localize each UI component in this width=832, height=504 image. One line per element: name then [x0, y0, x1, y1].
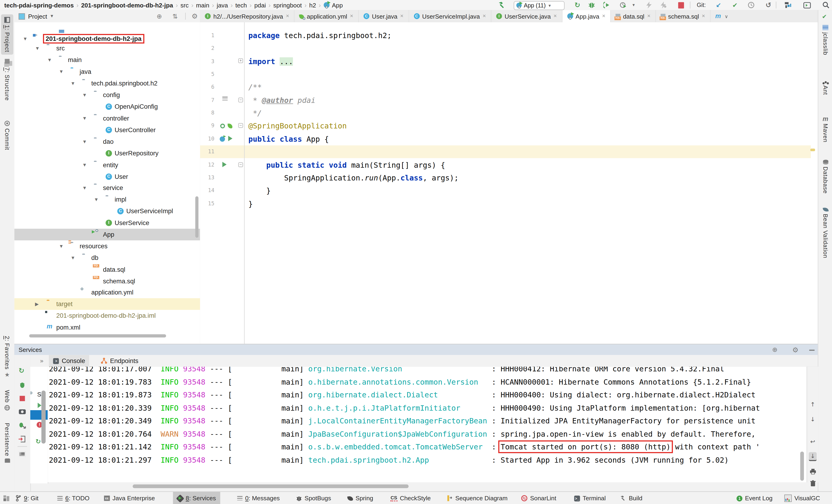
tool-button-jclasslib[interactable]: jclasslib — [819, 25, 832, 55]
fold-expand-icon[interactable]: + — [238, 58, 243, 63]
expand-arrow-icon[interactable]: ▼ — [82, 182, 87, 194]
console-output[interactable]: 2021-09-12 18:01:17.007 INFO 93548 --- [… — [48, 367, 807, 482]
project-structure-button[interactable] — [783, 1, 792, 9]
gear-icon[interactable]: ⚙ — [192, 12, 198, 20]
tab-schema-sql[interactable]: schema.sql ✕ — [656, 10, 710, 22]
tab-userservice-java[interactable]: I UserService.java ✕ — [491, 10, 562, 22]
stop-button[interactable] — [20, 396, 25, 401]
tab-endpoints[interactable]: Endpoints — [97, 355, 142, 367]
profiler-dropdown-icon[interactable]: ▼ — [629, 1, 638, 9]
print-icon[interactable] — [809, 468, 817, 475]
scroll-down-icon[interactable]: ↓ — [809, 416, 817, 423]
tree-item-target[interactable]: ▶ target — [15, 298, 200, 310]
tree-item-app-selected[interactable]: App — [15, 229, 200, 240]
status-sequence-diagram[interactable]: Sequence Diagram — [447, 492, 508, 504]
status-spring[interactable]: Spring — [347, 492, 373, 504]
tree-item-userrepository[interactable]: I UserRepository — [15, 148, 200, 159]
hide-panel-icon[interactable] — [809, 350, 814, 351]
git-update-button[interactable]: ↙ — [714, 1, 723, 9]
tree-item-schema-sql[interactable]: schema.sql — [15, 275, 200, 287]
tree-item-package[interactable]: ▼ tech.pdai.springboot.h2 — [15, 78, 200, 89]
breadcrumb-h2[interactable]: h2 — [309, 2, 316, 8]
tool-button-web[interactable]: Web — [1, 390, 14, 410]
tab-app-java-active[interactable]: App.java ✕ — [562, 10, 611, 22]
close-icon[interactable]: ✕ — [702, 14, 705, 19]
scroll-up-icon[interactable]: ↑ — [809, 401, 817, 408]
status-sonarlint[interactable]: SonarLint — [521, 492, 556, 504]
expand-arrow-icon[interactable]: ▼ — [82, 89, 87, 101]
collapsed-arrow-icon[interactable]: ▶ — [35, 298, 39, 310]
status-spotbugs[interactable]: SpotBugs — [296, 492, 331, 504]
expand-arrow-icon[interactable]: ▼ — [82, 159, 87, 171]
expand-arrow-icon[interactable]: ▼ — [59, 240, 63, 252]
status-event-log[interactable]: 1 Event Log — [736, 492, 773, 504]
project-panel-title[interactable]: Project — [28, 13, 47, 19]
status-git[interactable]: 9: Git — [16, 492, 38, 504]
build-hammer-icon[interactable] — [498, 1, 506, 9]
services-panel-header[interactable]: Services ⊕ ⚙ — [15, 344, 818, 355]
rollback-button[interactable]: ↺ — [764, 1, 773, 9]
spring-ok-gutter-icon[interactable] — [228, 124, 233, 128]
expand-arrow-icon[interactable]: ▼ — [82, 112, 87, 124]
tree-item-pom-xml[interactable]: m pom.xml — [15, 321, 200, 333]
tab-userserviceimpl-java[interactable]: C UserServiceImpl.java ✕ — [409, 10, 491, 22]
run-class-gutter-icon[interactable] — [228, 136, 232, 141]
scroll-to-end-icon-active[interactable]: ↓ — [809, 452, 817, 461]
status-services-active[interactable]: 8: Services — [173, 492, 220, 504]
springboot-gutter-icon[interactable] — [220, 136, 225, 142]
expand-arrow-icon[interactable]: ▼ — [47, 54, 52, 66]
breadcrumb-main[interactable]: main — [196, 2, 209, 8]
tree-item-openapiconfig[interactable]: C OpenApiConfig — [15, 101, 200, 112]
close-icon[interactable]: ✕ — [350, 14, 353, 19]
close-icon[interactable]: ✕ — [400, 14, 404, 19]
run-coverage-button[interactable] — [602, 1, 611, 9]
close-icon[interactable]: ✕ — [286, 14, 289, 19]
error-stripe-caret-mark[interactable] — [810, 149, 815, 151]
tab-userrepository[interactable]: I h2/.../UserRepository.java ✕ — [200, 10, 294, 22]
collapse-all-icon[interactable]: ⇅ — [172, 12, 178, 20]
tree-item-service[interactable]: ▼ service — [15, 182, 200, 194]
gear-icon[interactable]: ⚙ — [792, 346, 799, 353]
search-everywhere-icon[interactable] — [822, 1, 830, 9]
status-messages[interactable]: 0: Messages — [237, 492, 280, 504]
status-layout-icon[interactable] — [3, 492, 9, 504]
tree-item-resources[interactable]: ▼ resources — [15, 240, 200, 252]
tab-data-sql[interactable]: data.sql ✕ — [611, 10, 656, 22]
status-checkstyle[interactable]: CS CheckStyle — [390, 492, 431, 504]
tree-item-iml-file[interactable]: 201-springboot-demo-db-h2-jpa.iml — [15, 310, 200, 321]
hidden-content-chevrons[interactable]: » — [40, 357, 44, 365]
rerun-debug-button[interactable] — [19, 381, 25, 389]
tool-button-favorites[interactable]: 2: Favorites ★ — [1, 336, 14, 378]
locate-file-icon[interactable]: ⊕ — [157, 12, 162, 20]
close-icon[interactable]: ✕ — [602, 14, 605, 19]
tree-item-user[interactable]: C User — [15, 171, 200, 183]
soft-wrap-icon[interactable]: ↩ — [809, 438, 817, 446]
run-configuration-select[interactable]: App (11) ▼ — [514, 1, 565, 10]
status-terminal[interactable]: >_ Terminal — [574, 492, 606, 504]
tree-item-src[interactable]: ▼ src — [15, 43, 200, 54]
close-icon[interactable]: ✕ — [483, 14, 486, 19]
tool-button-maven[interactable]: m Maven — [819, 116, 832, 142]
breadcrumb-java[interactable]: java — [217, 2, 228, 8]
tree-item-config[interactable]: ▼ config — [15, 89, 200, 101]
breadcrumb-springboot[interactable]: springboot — [274, 2, 302, 8]
profiler-button[interactable] — [619, 1, 627, 9]
expand-arrow-icon[interactable]: ▼ — [82, 136, 87, 148]
tree-item-db[interactable]: ▼ db — [15, 252, 200, 264]
thread-dump-icon[interactable] — [19, 408, 26, 414]
tool-button-database[interactable]: Database — [819, 160, 832, 194]
tab-user-java[interactable]: C User.java ✕ — [359, 10, 409, 22]
status-visualgc[interactable]: VisualGC — [784, 492, 820, 504]
breadcrumb-src[interactable]: src — [180, 2, 189, 8]
git-commit-button[interactable]: ✔ — [731, 1, 739, 9]
tab-console-active[interactable]: > Console — [49, 355, 89, 367]
inspections-ok-icon[interactable]: ✔ — [822, 13, 827, 20]
stop-button[interactable] — [678, 2, 684, 8]
tree-item-usercontroller[interactable]: C UserController — [15, 124, 200, 136]
services-tree-collapsed[interactable]: Sp ! ↻ — [30, 367, 48, 483]
console-horizontal-scrollbar[interactable] — [133, 484, 409, 488]
services-tree-scrollbar[interactable] — [41, 391, 46, 443]
fold-collapse-icon[interactable]: − — [238, 123, 243, 128]
tree-item-main[interactable]: ▼ main — [15, 54, 200, 66]
breadcrumb-tech[interactable]: tech — [235, 2, 247, 8]
